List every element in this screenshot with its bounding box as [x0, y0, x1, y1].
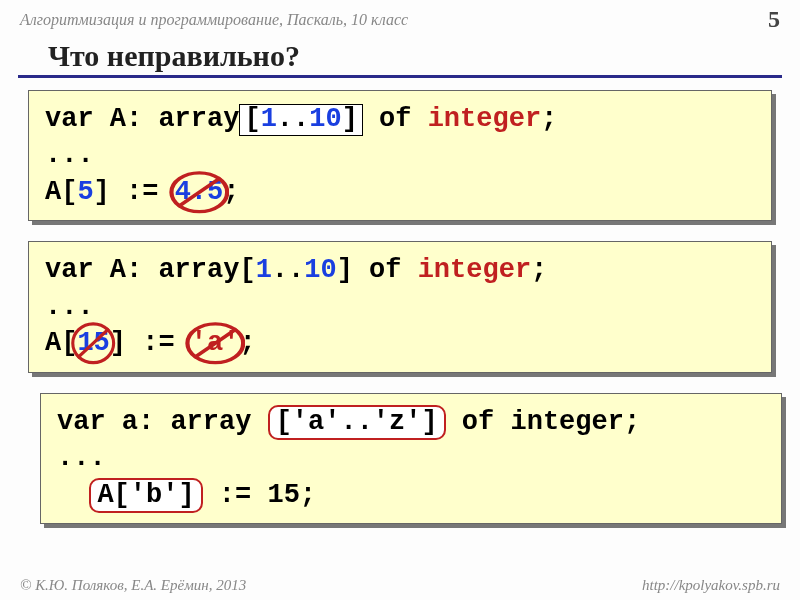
code-box-3: var a: array ['a'..'z'] of integer; ... …	[40, 393, 782, 524]
code-line: var a: array ['a'..'z'] of integer;	[57, 404, 765, 440]
url-label: http://kpolyakov.spb.ru	[642, 577, 780, 594]
crossed-index: 15	[77, 325, 109, 361]
subject-label: Алгоритмизация и программирование, Паска…	[20, 11, 408, 29]
code-line: A[ 15 ] := 'a' ;	[45, 325, 755, 361]
code-line: ...	[45, 137, 755, 173]
code-box-1: var A: array[1..10] of integer; ... A[5]…	[28, 90, 772, 221]
code-line: ...	[45, 289, 755, 325]
code-box-2: var A: array[1..10] of integer; ... A[ 1…	[28, 241, 772, 372]
header-bar: Алгоритмизация и программирование, Паска…	[0, 0, 800, 35]
crossed-value: 4.5	[175, 174, 224, 210]
keyword-var: var	[45, 104, 94, 134]
slide-title: Что неправильно?	[18, 35, 782, 78]
range-box: [1..10]	[239, 104, 362, 136]
code-line: A['b'] := 15;	[57, 477, 765, 513]
code-line: var A: array[1..10] of integer;	[45, 252, 755, 288]
code-line: A[5] := 4.5 ;	[45, 174, 755, 210]
copyright-label: © К.Ю. Поляков, Е.А. Ерёмин, 2013	[20, 577, 246, 594]
code-line: var A: array[1..10] of integer;	[45, 101, 755, 137]
code-line: ...	[57, 440, 765, 476]
page-number: 5	[768, 6, 780, 33]
char-index-box: A['b']	[89, 478, 202, 513]
footer-bar: © К.Ю. Поляков, Е.А. Ерёмин, 2013 http:/…	[0, 577, 800, 594]
char-range-box: ['a'..'z']	[268, 405, 446, 440]
crossed-value: 'a'	[191, 325, 240, 361]
